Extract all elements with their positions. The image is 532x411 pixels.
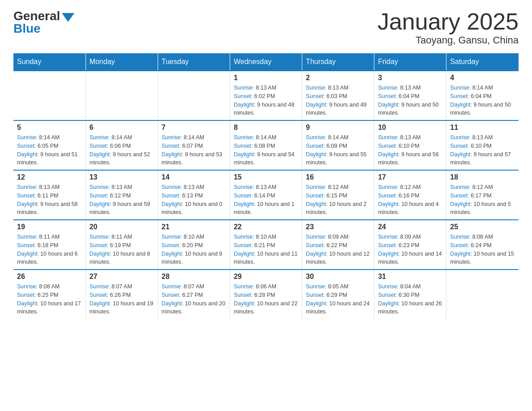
day-detail: Sunrise: 8:11 AMSunset: 6:19 PMDaylight:… (90, 233, 154, 266)
calendar-cell (13, 71, 86, 120)
day-header-thursday: Thursday (302, 53, 374, 71)
day-number: 27 (90, 273, 154, 281)
calendar-cell: 1Sunrise: 8:13 AMSunset: 6:02 PMDaylight… (230, 71, 302, 120)
day-number: 1 (234, 74, 298, 82)
day-detail: Sunrise: 8:10 AMSunset: 6:21 PMDaylight:… (234, 233, 298, 266)
day-detail: Sunrise: 8:09 AMSunset: 6:22 PMDaylight:… (306, 233, 370, 266)
day-detail: Sunrise: 8:11 AMSunset: 6:18 PMDaylight:… (17, 233, 82, 266)
day-detail: Sunrise: 8:08 AMSunset: 6:24 PMDaylight:… (450, 233, 515, 266)
day-detail: Sunrise: 8:13 AMSunset: 6:03 PMDaylight:… (306, 84, 370, 117)
calendar-cell: 30Sunrise: 8:05 AMSunset: 6:29 PMDayligh… (302, 270, 374, 319)
calendar-cell: 26Sunrise: 8:08 AMSunset: 6:25 PMDayligh… (13, 270, 86, 319)
logo-arrow-icon (62, 13, 74, 22)
day-detail: Sunrise: 8:07 AMSunset: 6:27 PMDaylight:… (162, 283, 226, 316)
day-number: 24 (378, 223, 442, 231)
calendar-cell: 27Sunrise: 8:07 AMSunset: 6:26 PMDayligh… (86, 270, 158, 319)
logo: General Blue (13, 9, 74, 36)
calendar-cell: 21Sunrise: 8:10 AMSunset: 6:20 PMDayligh… (158, 220, 230, 270)
calendar-week-row: 1Sunrise: 8:13 AMSunset: 6:02 PMDaylight… (13, 71, 519, 120)
calendar-week-row: 26Sunrise: 8:08 AMSunset: 6:25 PMDayligh… (13, 270, 519, 319)
day-header-monday: Monday (86, 53, 158, 71)
day-number: 15 (234, 173, 298, 181)
day-detail: Sunrise: 8:13 AMSunset: 6:10 PMDaylight:… (450, 133, 515, 167)
calendar-header-row: SundayMondayTuesdayWednesdayThursdayFrid… (13, 53, 519, 71)
calendar-cell (158, 71, 230, 120)
calendar-cell: 15Sunrise: 8:13 AMSunset: 6:14 PMDayligh… (230, 170, 302, 220)
calendar-cell: 2Sunrise: 8:13 AMSunset: 6:03 PMDaylight… (302, 71, 374, 120)
calendar-cell: 5Sunrise: 8:14 AMSunset: 6:05 PMDaylight… (13, 120, 86, 170)
day-number: 21 (162, 223, 226, 231)
calendar-cell: 13Sunrise: 8:13 AMSunset: 6:12 PMDayligh… (86, 170, 158, 220)
calendar-table: SundayMondayTuesdayWednesdayThursdayFrid… (13, 53, 519, 319)
calendar-cell: 9Sunrise: 8:14 AMSunset: 6:09 PMDaylight… (302, 120, 374, 170)
calendar-cell: 8Sunrise: 8:14 AMSunset: 6:08 PMDaylight… (230, 120, 302, 170)
day-number: 23 (306, 223, 370, 231)
calendar-cell (446, 270, 519, 319)
day-number: 13 (90, 173, 154, 181)
day-number: 20 (90, 223, 154, 231)
day-detail: Sunrise: 8:13 AMSunset: 6:10 PMDaylight:… (378, 133, 442, 167)
day-detail: Sunrise: 8:06 AMSunset: 6:28 PMDaylight:… (234, 283, 298, 316)
calendar-cell: 24Sunrise: 8:09 AMSunset: 6:23 PMDayligh… (374, 220, 446, 270)
day-number: 10 (378, 124, 442, 132)
calendar-cell: 25Sunrise: 8:08 AMSunset: 6:24 PMDayligh… (446, 220, 519, 270)
day-detail: Sunrise: 8:12 AMSunset: 6:15 PMDaylight:… (306, 183, 370, 217)
day-number: 12 (17, 173, 82, 181)
day-number: 30 (306, 273, 370, 281)
calendar-cell: 19Sunrise: 8:11 AMSunset: 6:18 PMDayligh… (13, 220, 86, 270)
day-header-friday: Friday (374, 53, 446, 71)
day-detail: Sunrise: 8:12 AMSunset: 6:16 PMDaylight:… (378, 183, 442, 217)
day-header-wednesday: Wednesday (230, 53, 302, 71)
calendar-cell (86, 71, 158, 120)
calendar-week-row: 19Sunrise: 8:11 AMSunset: 6:18 PMDayligh… (13, 220, 519, 270)
day-number: 16 (306, 173, 370, 181)
day-detail: Sunrise: 8:14 AMSunset: 6:09 PMDaylight:… (306, 133, 370, 167)
day-detail: Sunrise: 8:13 AMSunset: 6:14 PMDaylight:… (234, 183, 298, 217)
day-number: 11 (450, 124, 515, 132)
day-detail: Sunrise: 8:10 AMSunset: 6:20 PMDaylight:… (162, 233, 226, 266)
day-number: 8 (234, 124, 298, 132)
calendar-cell: 23Sunrise: 8:09 AMSunset: 6:22 PMDayligh… (302, 220, 374, 270)
day-number: 7 (162, 124, 226, 132)
day-number: 31 (378, 273, 442, 281)
day-detail: Sunrise: 8:14 AMSunset: 6:05 PMDaylight:… (17, 133, 82, 167)
calendar-cell: 6Sunrise: 8:14 AMSunset: 6:06 PMDaylight… (86, 120, 158, 170)
page-header: General Blue January 2025 Taoyang, Gansu… (13, 9, 519, 46)
day-number: 18 (450, 173, 515, 181)
day-number: 28 (162, 273, 226, 281)
day-detail: Sunrise: 8:05 AMSunset: 6:29 PMDaylight:… (306, 283, 370, 316)
logo-blue-text: Blue (13, 21, 41, 36)
day-detail: Sunrise: 8:04 AMSunset: 6:30 PMDaylight:… (378, 283, 442, 316)
calendar-cell: 28Sunrise: 8:07 AMSunset: 6:27 PMDayligh… (158, 270, 230, 319)
day-detail: Sunrise: 8:13 AMSunset: 6:11 PMDaylight:… (17, 183, 82, 217)
calendar-cell: 16Sunrise: 8:12 AMSunset: 6:15 PMDayligh… (302, 170, 374, 220)
calendar-cell: 18Sunrise: 8:12 AMSunset: 6:17 PMDayligh… (446, 170, 519, 220)
day-detail: Sunrise: 8:13 AMSunset: 6:04 PMDaylight:… (378, 84, 442, 117)
day-header-sunday: Sunday (13, 53, 86, 71)
day-detail: Sunrise: 8:13 AMSunset: 6:12 PMDaylight:… (90, 183, 154, 217)
calendar-cell: 12Sunrise: 8:13 AMSunset: 6:11 PMDayligh… (13, 170, 86, 220)
day-number: 4 (450, 74, 515, 82)
day-detail: Sunrise: 8:13 AMSunset: 6:13 PMDaylight:… (162, 183, 226, 217)
calendar-cell: 22Sunrise: 8:10 AMSunset: 6:21 PMDayligh… (230, 220, 302, 270)
calendar-cell: 10Sunrise: 8:13 AMSunset: 6:10 PMDayligh… (374, 120, 446, 170)
day-detail: Sunrise: 8:14 AMSunset: 6:06 PMDaylight:… (90, 133, 154, 167)
day-number: 9 (306, 124, 370, 132)
day-header-tuesday: Tuesday (158, 53, 230, 71)
page-subtitle: Taoyang, Gansu, China (378, 34, 519, 46)
calendar-cell: 17Sunrise: 8:12 AMSunset: 6:16 PMDayligh… (374, 170, 446, 220)
day-detail: Sunrise: 8:14 AMSunset: 6:07 PMDaylight:… (162, 133, 226, 167)
calendar-cell: 20Sunrise: 8:11 AMSunset: 6:19 PMDayligh… (86, 220, 158, 270)
day-number: 19 (17, 223, 82, 231)
calendar-cell: 11Sunrise: 8:13 AMSunset: 6:10 PMDayligh… (446, 120, 519, 170)
day-number: 5 (17, 124, 82, 132)
day-number: 2 (306, 74, 370, 82)
day-detail: Sunrise: 8:09 AMSunset: 6:23 PMDaylight:… (378, 233, 442, 266)
day-detail: Sunrise: 8:12 AMSunset: 6:17 PMDaylight:… (450, 183, 515, 217)
day-detail: Sunrise: 8:14 AMSunset: 6:08 PMDaylight:… (234, 133, 298, 167)
calendar-week-row: 12Sunrise: 8:13 AMSunset: 6:11 PMDayligh… (13, 170, 519, 220)
day-detail: Sunrise: 8:08 AMSunset: 6:25 PMDaylight:… (17, 283, 82, 316)
day-number: 29 (234, 273, 298, 281)
day-header-saturday: Saturday (446, 53, 519, 71)
calendar-week-row: 5Sunrise: 8:14 AMSunset: 6:05 PMDaylight… (13, 120, 519, 170)
